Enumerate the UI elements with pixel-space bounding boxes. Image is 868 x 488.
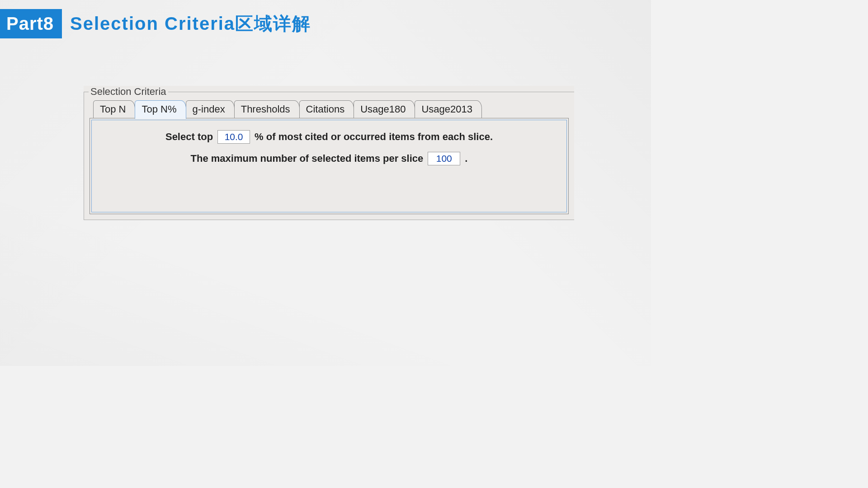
tab-thresholds[interactable]: Thresholds <box>234 100 300 118</box>
page-title: Selection Criteria区域详解 <box>70 11 311 36</box>
tab-g-index[interactable]: g-index <box>186 100 235 118</box>
part-badge: Part8 <box>0 9 62 38</box>
max-items-input[interactable] <box>428 152 460 165</box>
tab-top-n-percent[interactable]: Top N% <box>135 100 186 119</box>
select-top-label: Select top <box>165 131 213 143</box>
page-header: Part8 Selection Criteria区域详解 <box>0 0 651 38</box>
max-items-suffix: . <box>465 153 467 164</box>
fieldset-legend: Selection Criteria <box>89 86 168 98</box>
selection-criteria-fieldset: Selection Criteria Top N Top N% g-index … <box>84 86 574 220</box>
tab-panel-outer: Select top % of most cited or occurred i… <box>90 118 569 214</box>
top-percent-input[interactable] <box>217 130 250 144</box>
selection-criteria-region: Selection Criteria Top N Top N% g-index … <box>84 86 574 220</box>
max-items-label: The maximum number of selected items per… <box>191 153 424 164</box>
tabs-row: Top N Top N% g-index Thresholds Citation… <box>84 98 574 118</box>
tab-citations[interactable]: Citations <box>299 100 354 118</box>
tab-usage2013[interactable]: Usage2013 <box>415 100 482 118</box>
max-items-line: The maximum number of selected items per… <box>92 152 566 165</box>
tab-panel-top-n-percent: Select top % of most cited or occurred i… <box>91 120 567 212</box>
tab-top-n[interactable]: Top N <box>93 100 135 118</box>
select-top-line: Select top % of most cited or occurred i… <box>92 130 566 144</box>
tab-usage180[interactable]: Usage180 <box>354 100 415 118</box>
select-top-suffix: % of most cited or occurred items from e… <box>255 131 493 143</box>
